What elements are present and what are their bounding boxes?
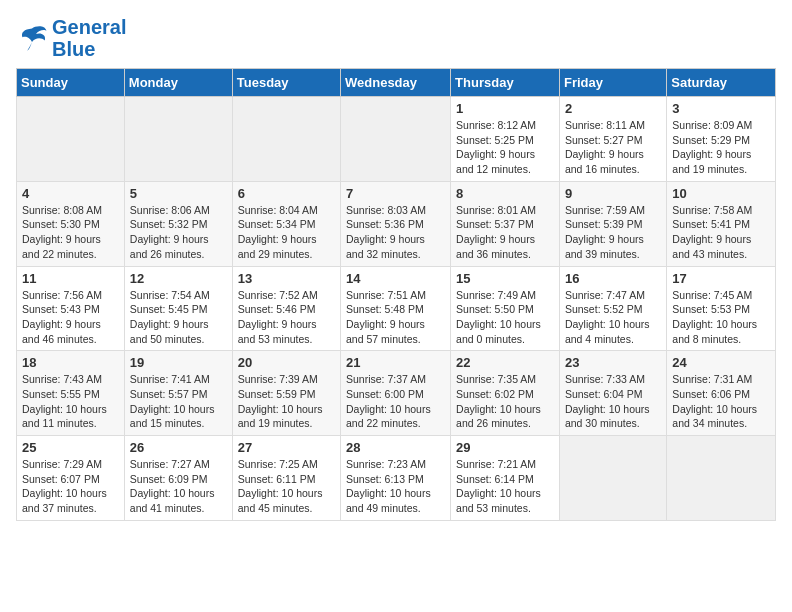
calendar-cell: 12Sunrise: 7:54 AM Sunset: 5:45 PM Dayli… — [124, 266, 232, 351]
day-info: Sunrise: 7:52 AM Sunset: 5:46 PM Dayligh… — [238, 288, 335, 347]
day-info: Sunrise: 8:11 AM Sunset: 5:27 PM Dayligh… — [565, 118, 661, 177]
day-number: 9 — [565, 186, 661, 201]
day-number: 8 — [456, 186, 554, 201]
column-header-sunday: Sunday — [17, 69, 125, 97]
day-info: Sunrise: 8:06 AM Sunset: 5:32 PM Dayligh… — [130, 203, 227, 262]
column-header-friday: Friday — [559, 69, 666, 97]
calendar-cell: 6Sunrise: 8:04 AM Sunset: 5:34 PM Daylig… — [232, 181, 340, 266]
calendar-cell: 18Sunrise: 7:43 AM Sunset: 5:55 PM Dayli… — [17, 351, 125, 436]
calendar-cell: 11Sunrise: 7:56 AM Sunset: 5:43 PM Dayli… — [17, 266, 125, 351]
calendar-week-row: 1Sunrise: 8:12 AM Sunset: 5:25 PM Daylig… — [17, 97, 776, 182]
day-number: 27 — [238, 440, 335, 455]
day-info: Sunrise: 7:43 AM Sunset: 5:55 PM Dayligh… — [22, 372, 119, 431]
calendar-cell: 15Sunrise: 7:49 AM Sunset: 5:50 PM Dayli… — [451, 266, 560, 351]
day-number: 13 — [238, 271, 335, 286]
day-number: 23 — [565, 355, 661, 370]
day-number: 12 — [130, 271, 227, 286]
calendar-cell: 1Sunrise: 8:12 AM Sunset: 5:25 PM Daylig… — [451, 97, 560, 182]
calendar-cell: 13Sunrise: 7:52 AM Sunset: 5:46 PM Dayli… — [232, 266, 340, 351]
day-info: Sunrise: 7:33 AM Sunset: 6:04 PM Dayligh… — [565, 372, 661, 431]
day-info: Sunrise: 8:12 AM Sunset: 5:25 PM Dayligh… — [456, 118, 554, 177]
day-number: 29 — [456, 440, 554, 455]
day-number: 24 — [672, 355, 770, 370]
day-info: Sunrise: 7:31 AM Sunset: 6:06 PM Dayligh… — [672, 372, 770, 431]
calendar-cell — [124, 97, 232, 182]
day-number: 26 — [130, 440, 227, 455]
calendar-cell: 7Sunrise: 8:03 AM Sunset: 5:36 PM Daylig… — [341, 181, 451, 266]
day-info: Sunrise: 7:45 AM Sunset: 5:53 PM Dayligh… — [672, 288, 770, 347]
page-header: General Blue — [16, 16, 776, 60]
calendar-cell: 24Sunrise: 7:31 AM Sunset: 6:06 PM Dayli… — [667, 351, 776, 436]
calendar-header-row: SundayMondayTuesdayWednesdayThursdayFrid… — [17, 69, 776, 97]
calendar-cell — [667, 436, 776, 521]
calendar-cell — [232, 97, 340, 182]
day-info: Sunrise: 7:25 AM Sunset: 6:11 PM Dayligh… — [238, 457, 335, 516]
day-info: Sunrise: 8:08 AM Sunset: 5:30 PM Dayligh… — [22, 203, 119, 262]
day-number: 22 — [456, 355, 554, 370]
calendar-cell: 26Sunrise: 7:27 AM Sunset: 6:09 PM Dayli… — [124, 436, 232, 521]
day-info: Sunrise: 7:37 AM Sunset: 6:00 PM Dayligh… — [346, 372, 445, 431]
calendar-cell — [341, 97, 451, 182]
column-header-monday: Monday — [124, 69, 232, 97]
calendar-week-row: 18Sunrise: 7:43 AM Sunset: 5:55 PM Dayli… — [17, 351, 776, 436]
day-number: 21 — [346, 355, 445, 370]
day-number: 18 — [22, 355, 119, 370]
day-info: Sunrise: 8:01 AM Sunset: 5:37 PM Dayligh… — [456, 203, 554, 262]
calendar-table: SundayMondayTuesdayWednesdayThursdayFrid… — [16, 68, 776, 521]
day-info: Sunrise: 7:51 AM Sunset: 5:48 PM Dayligh… — [346, 288, 445, 347]
day-info: Sunrise: 7:47 AM Sunset: 5:52 PM Dayligh… — [565, 288, 661, 347]
day-number: 3 — [672, 101, 770, 116]
calendar-cell — [559, 436, 666, 521]
logo-text: General Blue — [52, 16, 126, 60]
day-info: Sunrise: 7:41 AM Sunset: 5:57 PM Dayligh… — [130, 372, 227, 431]
logo: General Blue — [16, 16, 126, 60]
day-info: Sunrise: 7:27 AM Sunset: 6:09 PM Dayligh… — [130, 457, 227, 516]
day-number: 5 — [130, 186, 227, 201]
calendar-cell: 20Sunrise: 7:39 AM Sunset: 5:59 PM Dayli… — [232, 351, 340, 436]
calendar-cell: 5Sunrise: 8:06 AM Sunset: 5:32 PM Daylig… — [124, 181, 232, 266]
day-info: Sunrise: 8:09 AM Sunset: 5:29 PM Dayligh… — [672, 118, 770, 177]
calendar-cell: 3Sunrise: 8:09 AM Sunset: 5:29 PM Daylig… — [667, 97, 776, 182]
day-number: 2 — [565, 101, 661, 116]
day-info: Sunrise: 7:56 AM Sunset: 5:43 PM Dayligh… — [22, 288, 119, 347]
calendar-week-row: 25Sunrise: 7:29 AM Sunset: 6:07 PM Dayli… — [17, 436, 776, 521]
calendar-cell: 19Sunrise: 7:41 AM Sunset: 5:57 PM Dayli… — [124, 351, 232, 436]
day-number: 25 — [22, 440, 119, 455]
column-header-thursday: Thursday — [451, 69, 560, 97]
calendar-cell — [17, 97, 125, 182]
calendar-cell: 22Sunrise: 7:35 AM Sunset: 6:02 PM Dayli… — [451, 351, 560, 436]
calendar-cell: 17Sunrise: 7:45 AM Sunset: 5:53 PM Dayli… — [667, 266, 776, 351]
day-number: 15 — [456, 271, 554, 286]
day-info: Sunrise: 7:21 AM Sunset: 6:14 PM Dayligh… — [456, 457, 554, 516]
day-number: 4 — [22, 186, 119, 201]
calendar-cell: 25Sunrise: 7:29 AM Sunset: 6:07 PM Dayli… — [17, 436, 125, 521]
column-header-saturday: Saturday — [667, 69, 776, 97]
day-info: Sunrise: 7:23 AM Sunset: 6:13 PM Dayligh… — [346, 457, 445, 516]
logo-bird-icon — [16, 24, 48, 52]
calendar-week-row: 4Sunrise: 8:08 AM Sunset: 5:30 PM Daylig… — [17, 181, 776, 266]
day-number: 28 — [346, 440, 445, 455]
calendar-week-row: 11Sunrise: 7:56 AM Sunset: 5:43 PM Dayli… — [17, 266, 776, 351]
day-info: Sunrise: 7:58 AM Sunset: 5:41 PM Dayligh… — [672, 203, 770, 262]
day-number: 19 — [130, 355, 227, 370]
day-info: Sunrise: 7:54 AM Sunset: 5:45 PM Dayligh… — [130, 288, 227, 347]
calendar-cell: 14Sunrise: 7:51 AM Sunset: 5:48 PM Dayli… — [341, 266, 451, 351]
calendar-cell: 16Sunrise: 7:47 AM Sunset: 5:52 PM Dayli… — [559, 266, 666, 351]
day-info: Sunrise: 7:29 AM Sunset: 6:07 PM Dayligh… — [22, 457, 119, 516]
day-info: Sunrise: 7:39 AM Sunset: 5:59 PM Dayligh… — [238, 372, 335, 431]
calendar-cell: 2Sunrise: 8:11 AM Sunset: 5:27 PM Daylig… — [559, 97, 666, 182]
day-number: 10 — [672, 186, 770, 201]
day-number: 16 — [565, 271, 661, 286]
calendar-cell: 9Sunrise: 7:59 AM Sunset: 5:39 PM Daylig… — [559, 181, 666, 266]
calendar-cell: 27Sunrise: 7:25 AM Sunset: 6:11 PM Dayli… — [232, 436, 340, 521]
day-number: 17 — [672, 271, 770, 286]
day-number: 20 — [238, 355, 335, 370]
day-info: Sunrise: 7:59 AM Sunset: 5:39 PM Dayligh… — [565, 203, 661, 262]
day-number: 7 — [346, 186, 445, 201]
day-number: 1 — [456, 101, 554, 116]
calendar-cell: 4Sunrise: 8:08 AM Sunset: 5:30 PM Daylig… — [17, 181, 125, 266]
day-info: Sunrise: 8:04 AM Sunset: 5:34 PM Dayligh… — [238, 203, 335, 262]
calendar-cell: 8Sunrise: 8:01 AM Sunset: 5:37 PM Daylig… — [451, 181, 560, 266]
calendar-cell: 21Sunrise: 7:37 AM Sunset: 6:00 PM Dayli… — [341, 351, 451, 436]
day-info: Sunrise: 7:49 AM Sunset: 5:50 PM Dayligh… — [456, 288, 554, 347]
